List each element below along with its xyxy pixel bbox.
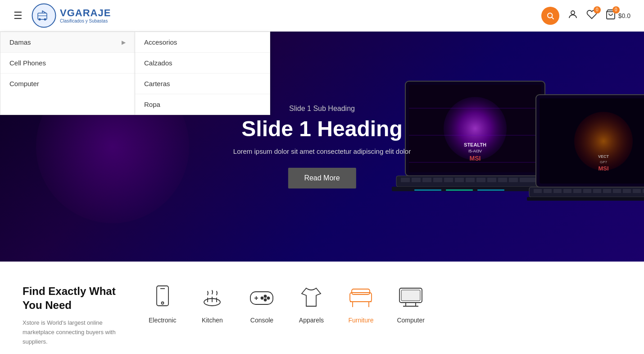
svg-line-5 — [552, 17, 553, 19]
console-label: Console — [250, 317, 273, 324]
dropdown-overlay: Damas ▶ Cell Phones Computer Accesorios … — [0, 32, 270, 115]
cart-price: $0.0 — [618, 12, 630, 19]
svg-rect-19 — [412, 178, 421, 182]
dropdown-label-computer: Computer — [9, 80, 39, 87]
svg-rect-23 — [455, 178, 464, 182]
svg-rect-49 — [613, 189, 621, 193]
svg-point-3 — [44, 18, 46, 21]
svg-rect-33 — [477, 189, 504, 191]
hero-description: Lorem ipsum dolor sit amet consectetur a… — [233, 147, 411, 155]
svg-rect-44 — [563, 189, 571, 193]
svg-rect-77 — [401, 290, 420, 301]
dropdown-label-cell-phones: Cell Phones — [9, 59, 46, 67]
svg-point-65 — [264, 295, 267, 298]
cart-badge: 0 — [612, 6, 620, 14]
svg-rect-75 — [406, 303, 416, 306]
svg-rect-20 — [422, 178, 431, 182]
logo-text: VGARAJE Clasificados y Subastas — [60, 8, 111, 23]
electronic-label: Electronic — [149, 317, 176, 324]
category-item-console[interactable]: Console — [248, 284, 275, 324]
category-item-computer[interactable]: Computer — [397, 284, 424, 324]
wishlist-badge: 0 — [594, 6, 601, 14]
svg-rect-28 — [509, 178, 518, 182]
search-button[interactable] — [541, 7, 559, 25]
category-item-furniture[interactable]: Furniture — [347, 284, 374, 324]
cart-icon-wrapper: 0 — [605, 9, 616, 23]
svg-point-57 — [161, 302, 163, 304]
categories-intro: Find Exactly What You Need Xstore is Wor… — [23, 284, 122, 347]
svg-rect-24 — [466, 178, 475, 182]
logo-name: VGARAJE — [60, 8, 111, 18]
categories-intro-heading: Find Exactly What You Need — [23, 284, 122, 312]
svg-rect-21 — [433, 178, 442, 182]
wishlist-icon[interactable]: 0 — [586, 9, 597, 23]
dropdown-item-damas[interactable]: Damas ▶ — [0, 32, 135, 53]
apparels-label: Apparels — [299, 317, 324, 324]
logo-sub: Clasificados y Subastas — [60, 18, 111, 23]
dropdown-sub: Accesorios Calzados Carteras Ropa — [135, 32, 270, 115]
svg-rect-31 — [414, 189, 441, 191]
svg-rect-41 — [534, 189, 542, 193]
svg-rect-70 — [352, 289, 370, 294]
read-more-button[interactable]: Read More — [288, 168, 356, 188]
svg-rect-47 — [593, 189, 601, 193]
svg-text:STEALTH: STEALTH — [464, 142, 486, 147]
svg-rect-45 — [573, 189, 581, 193]
svg-point-2 — [39, 18, 41, 21]
hamburger-menu[interactable]: ☰ — [14, 10, 23, 22]
svg-rect-22 — [444, 178, 453, 182]
cart-area[interactable]: 0 $0.0 — [605, 9, 630, 23]
dropdown-sub-item-carteras[interactable]: Carteras — [135, 74, 270, 94]
svg-point-67 — [264, 299, 267, 301]
dropdown-sub-item-accesorios[interactable]: Accesorios — [135, 32, 270, 53]
console-icon — [248, 284, 275, 311]
chevron-right-icon: ▶ — [122, 39, 126, 46]
svg-rect-54 — [527, 197, 644, 201]
furniture-label: Furniture — [348, 317, 373, 324]
dropdown-sub-item-ropa[interactable]: Ropa — [135, 94, 270, 115]
header: ☰ VGARAJE Clasificados y Subastas 0 — [0, 0, 644, 32]
search-icon — [546, 12, 554, 20]
svg-rect-46 — [583, 189, 591, 193]
dropdown-label-damas: Damas — [9, 38, 31, 46]
svg-rect-25 — [476, 178, 485, 182]
svg-rect-26 — [487, 178, 496, 182]
computer-label: Computer — [397, 317, 424, 324]
svg-text:MSI: MSI — [598, 165, 608, 172]
logo-area[interactable]: VGARAJE Clasificados y Subastas — [32, 3, 111, 28]
user-icon[interactable] — [567, 9, 578, 23]
sub-label-calzados: Calzados — [144, 59, 172, 67]
dropdown-item-cell-phones[interactable]: Cell Phones — [0, 53, 135, 74]
sub-label-ropa: Ropa — [144, 101, 160, 108]
category-item-electronic[interactable]: Electronic — [149, 284, 176, 324]
categories-grid: Electronic Kitchen — [149, 284, 621, 324]
electronic-icon — [149, 284, 176, 311]
logo-icon — [32, 3, 56, 28]
kitchen-icon — [199, 284, 226, 311]
laptop-right: VECT GP7 MSI — [527, 90, 644, 262]
svg-point-66 — [268, 297, 270, 299]
dropdown-sub-item-calzados[interactable]: Calzados — [135, 53, 270, 74]
kitchen-label: Kitchen — [202, 317, 223, 324]
category-item-apparels[interactable]: Apparels — [298, 284, 325, 324]
header-right: 0 0 $0.0 — [541, 7, 630, 25]
categories-section: Find Exactly What You Need Xstore is Wor… — [0, 262, 644, 354]
category-item-kitchen[interactable]: Kitchen — [199, 284, 226, 324]
apparels-icon — [298, 284, 325, 311]
svg-rect-27 — [498, 178, 507, 182]
svg-text:GP7: GP7 — [600, 160, 608, 164]
hero-heading: Slide 1 Heading — [233, 116, 411, 141]
svg-rect-50 — [623, 189, 631, 193]
svg-point-68 — [261, 297, 263, 299]
svg-text:I5-AI3V: I5-AI3V — [468, 149, 482, 153]
dropdown-item-computer[interactable]: Computer — [0, 74, 135, 94]
sub-label-accesorios: Accesorios — [144, 38, 177, 46]
hero-content: Slide 1 Sub Heading Slide 1 Heading Lore… — [233, 105, 411, 188]
svg-rect-32 — [446, 189, 473, 191]
person-icon — [567, 9, 578, 20]
dropdown-main: Damas ▶ Cell Phones Computer — [0, 32, 135, 115]
svg-point-6 — [571, 11, 575, 14]
svg-text:VECT: VECT — [598, 154, 609, 159]
svg-point-4 — [548, 13, 553, 18]
sub-label-carteras: Carteras — [144, 80, 170, 87]
